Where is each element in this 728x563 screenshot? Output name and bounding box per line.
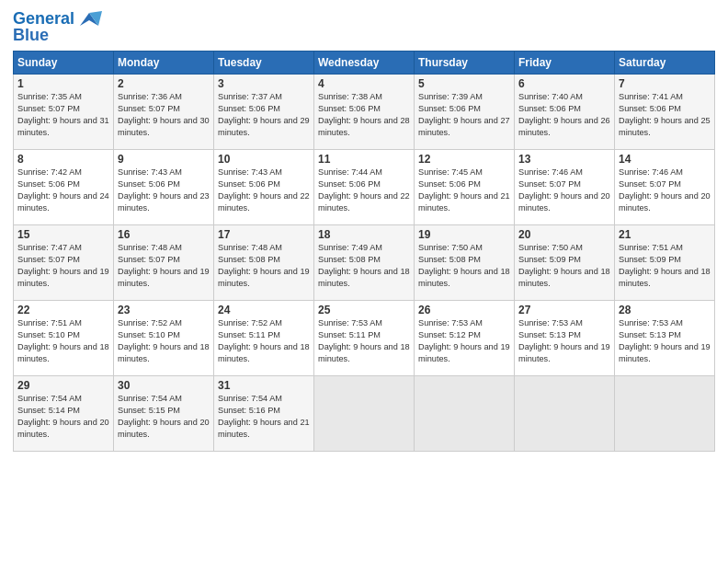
day-info: Sunrise: 7:36 AMSunset: 5:07 PMDaylight:… — [118, 91, 210, 139]
day-number: 23 — [118, 304, 210, 316]
calendar-cell — [415, 376, 515, 452]
day-number: 21 — [619, 228, 711, 241]
weekday-header: Thursday — [415, 52, 515, 75]
calendar-cell: 13Sunrise: 7:46 AMSunset: 5:07 PMDayligh… — [515, 150, 615, 225]
day-number: 26 — [418, 304, 510, 316]
day-info: Sunrise: 7:53 AMSunset: 5:12 PMDaylight:… — [418, 317, 510, 365]
day-number: 27 — [518, 304, 610, 316]
weekday-header: Sunday — [14, 52, 114, 75]
day-number: 20 — [518, 228, 610, 241]
calendar-cell: 19Sunrise: 7:50 AMSunset: 5:08 PMDayligh… — [415, 225, 515, 301]
day-number: 10 — [218, 153, 310, 166]
weekday-header: Monday — [114, 52, 214, 75]
calendar-cell: 8Sunrise: 7:42 AMSunset: 5:06 PMDaylight… — [14, 150, 114, 225]
day-number: 8 — [17, 153, 109, 166]
day-info: Sunrise: 7:43 AMSunset: 5:06 PMDaylight:… — [118, 167, 210, 214]
day-info: Sunrise: 7:53 AMSunset: 5:11 PMDaylight:… — [318, 317, 410, 365]
calendar-cell: 1Sunrise: 7:35 AMSunset: 5:07 PMDaylight… — [14, 75, 114, 150]
day-number: 14 — [619, 153, 711, 166]
day-info: Sunrise: 7:52 AMSunset: 5:11 PMDaylight:… — [218, 317, 310, 365]
day-number: 17 — [218, 228, 310, 241]
calendar-cell: 2Sunrise: 7:36 AMSunset: 5:07 PMDaylight… — [114, 75, 214, 150]
day-info: Sunrise: 7:53 AMSunset: 5:13 PMDaylight:… — [518, 317, 610, 365]
calendar-cell: 21Sunrise: 7:51 AMSunset: 5:09 PMDayligh… — [615, 225, 715, 301]
calendar-cell: 7Sunrise: 7:41 AMSunset: 5:06 PMDaylight… — [615, 75, 715, 150]
day-info: Sunrise: 7:47 AMSunset: 5:07 PMDaylight:… — [17, 242, 109, 290]
day-info: Sunrise: 7:35 AMSunset: 5:07 PMDaylight:… — [17, 91, 109, 139]
day-info: Sunrise: 7:54 AMSunset: 5:14 PMDaylight:… — [17, 393, 109, 441]
day-info: Sunrise: 7:45 AMSunset: 5:06 PMDaylight:… — [418, 167, 510, 214]
calendar-cell — [314, 376, 415, 452]
weekday-header: Saturday — [615, 52, 715, 75]
calendar-cell: 30Sunrise: 7:54 AMSunset: 5:15 PMDayligh… — [114, 376, 214, 452]
calendar-cell: 11Sunrise: 7:44 AMSunset: 5:06 PMDayligh… — [314, 150, 415, 225]
day-info: Sunrise: 7:43 AMSunset: 5:06 PMDaylight:… — [218, 167, 310, 214]
day-number: 12 — [418, 153, 510, 166]
page-header: General Blue — [13, 9, 715, 45]
day-number: 3 — [218, 77, 310, 90]
weekday-header: Tuesday — [214, 52, 314, 75]
calendar-week-row: 8Sunrise: 7:42 AMSunset: 5:06 PMDaylight… — [14, 150, 715, 225]
calendar-week-row: 22Sunrise: 7:51 AMSunset: 5:10 PMDayligh… — [14, 301, 715, 376]
weekday-header: Friday — [515, 52, 615, 75]
calendar-cell: 15Sunrise: 7:47 AMSunset: 5:07 PMDayligh… — [14, 225, 114, 301]
calendar-cell: 25Sunrise: 7:53 AMSunset: 5:11 PMDayligh… — [314, 301, 415, 376]
day-info: Sunrise: 7:44 AMSunset: 5:06 PMDaylight:… — [318, 167, 410, 214]
logo: General Blue — [13, 9, 102, 45]
day-info: Sunrise: 7:54 AMSunset: 5:16 PMDaylight:… — [218, 393, 310, 441]
day-number: 19 — [418, 228, 510, 241]
calendar-table: SundayMondayTuesdayWednesdayThursdayFrid… — [13, 51, 715, 452]
day-info: Sunrise: 7:48 AMSunset: 5:08 PMDaylight:… — [218, 242, 310, 290]
day-number: 5 — [418, 77, 510, 90]
logo-bird-icon — [76, 9, 102, 29]
calendar-cell: 20Sunrise: 7:50 AMSunset: 5:09 PMDayligh… — [515, 225, 615, 301]
day-number: 2 — [118, 77, 210, 90]
day-info: Sunrise: 7:49 AMSunset: 5:08 PMDaylight:… — [318, 242, 410, 290]
calendar-cell: 14Sunrise: 7:46 AMSunset: 5:07 PMDayligh… — [615, 150, 715, 225]
calendar-week-row: 15Sunrise: 7:47 AMSunset: 5:07 PMDayligh… — [14, 225, 715, 301]
day-info: Sunrise: 7:48 AMSunset: 5:07 PMDaylight:… — [118, 242, 210, 290]
day-number: 9 — [118, 153, 210, 166]
day-number: 18 — [318, 228, 410, 241]
day-info: Sunrise: 7:54 AMSunset: 5:15 PMDaylight:… — [118, 393, 210, 441]
calendar-cell: 17Sunrise: 7:48 AMSunset: 5:08 PMDayligh… — [214, 225, 314, 301]
calendar-cell: 28Sunrise: 7:53 AMSunset: 5:13 PMDayligh… — [615, 301, 715, 376]
day-info: Sunrise: 7:51 AMSunset: 5:09 PMDaylight:… — [619, 242, 711, 290]
calendar-cell: 29Sunrise: 7:54 AMSunset: 5:14 PMDayligh… — [14, 376, 114, 452]
calendar-week-row: 29Sunrise: 7:54 AMSunset: 5:14 PMDayligh… — [14, 376, 715, 452]
day-info: Sunrise: 7:51 AMSunset: 5:10 PMDaylight:… — [17, 317, 109, 365]
day-number: 22 — [17, 304, 109, 316]
day-info: Sunrise: 7:37 AMSunset: 5:06 PMDaylight:… — [218, 91, 310, 139]
day-number: 6 — [518, 77, 610, 90]
calendar-week-row: 1Sunrise: 7:35 AMSunset: 5:07 PMDaylight… — [14, 75, 715, 150]
day-info: Sunrise: 7:50 AMSunset: 5:08 PMDaylight:… — [418, 242, 510, 290]
calendar-cell: 12Sunrise: 7:45 AMSunset: 5:06 PMDayligh… — [415, 150, 515, 225]
day-info: Sunrise: 7:50 AMSunset: 5:09 PMDaylight:… — [518, 242, 610, 290]
page-container: General Blue SundayMondayTuesdayWednesda… — [0, 0, 728, 459]
day-number: 7 — [619, 77, 711, 90]
day-info: Sunrise: 7:41 AMSunset: 5:06 PMDaylight:… — [619, 91, 711, 139]
calendar-cell: 3Sunrise: 7:37 AMSunset: 5:06 PMDaylight… — [214, 75, 314, 150]
calendar-cell: 22Sunrise: 7:51 AMSunset: 5:10 PMDayligh… — [14, 301, 114, 376]
calendar-cell: 10Sunrise: 7:43 AMSunset: 5:06 PMDayligh… — [214, 150, 314, 225]
day-number: 1 — [17, 77, 109, 90]
calendar-cell: 4Sunrise: 7:38 AMSunset: 5:06 PMDaylight… — [314, 75, 415, 150]
day-info: Sunrise: 7:53 AMSunset: 5:13 PMDaylight:… — [619, 317, 711, 365]
day-info: Sunrise: 7:52 AMSunset: 5:10 PMDaylight:… — [118, 317, 210, 365]
day-number: 13 — [518, 153, 610, 166]
day-number: 30 — [118, 379, 210, 392]
calendar-cell: 31Sunrise: 7:54 AMSunset: 5:16 PMDayligh… — [214, 376, 314, 452]
day-info: Sunrise: 7:38 AMSunset: 5:06 PMDaylight:… — [318, 91, 410, 139]
calendar-cell: 18Sunrise: 7:49 AMSunset: 5:08 PMDayligh… — [314, 225, 415, 301]
day-info: Sunrise: 7:46 AMSunset: 5:07 PMDaylight:… — [619, 167, 711, 214]
calendar-cell: 5Sunrise: 7:39 AMSunset: 5:06 PMDaylight… — [415, 75, 515, 150]
calendar-cell: 9Sunrise: 7:43 AMSunset: 5:06 PMDaylight… — [114, 150, 214, 225]
calendar-cell: 23Sunrise: 7:52 AMSunset: 5:10 PMDayligh… — [114, 301, 214, 376]
calendar-cell: 27Sunrise: 7:53 AMSunset: 5:13 PMDayligh… — [515, 301, 615, 376]
day-info: Sunrise: 7:40 AMSunset: 5:06 PMDaylight:… — [518, 91, 610, 139]
calendar-header-row: SundayMondayTuesdayWednesdayThursdayFrid… — [14, 52, 715, 75]
day-number: 16 — [118, 228, 210, 241]
day-number: 11 — [318, 153, 410, 166]
calendar-cell: 24Sunrise: 7:52 AMSunset: 5:11 PMDayligh… — [214, 301, 314, 376]
day-number: 4 — [318, 77, 410, 90]
